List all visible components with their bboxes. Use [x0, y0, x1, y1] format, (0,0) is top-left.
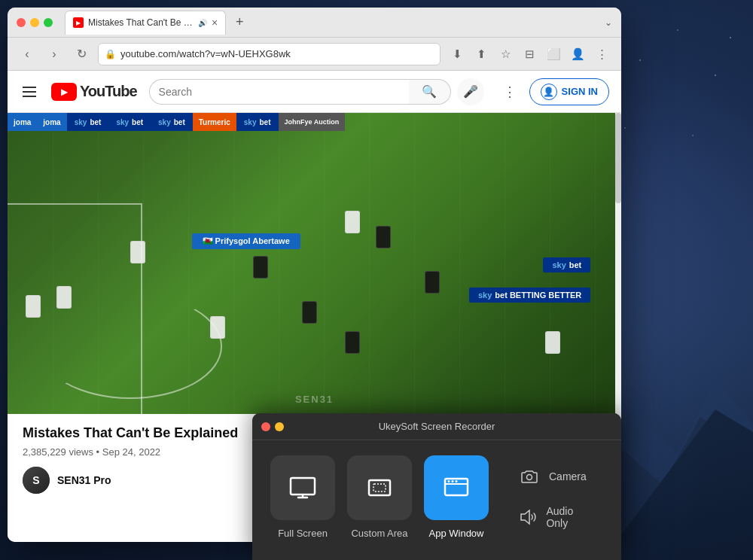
custom-area-label: Custom Area	[351, 528, 407, 539]
view-count: 2,385,229 views	[23, 446, 93, 458]
ad-prifysgol: 🏴󠁧󠁢󠁷󠁬󠁳󠁿 Prifysgol Abertawe	[192, 233, 300, 249]
full-screen-svg	[288, 473, 318, 503]
lock-icon: 🔒	[105, 49, 116, 59]
custom-area-icon-bg	[347, 455, 412, 520]
camera-label: Camera	[549, 470, 587, 482]
browser-navbar: ‹ › ↻ 🔒 youtube.com/watch?v=wN-UEHXG8wk …	[8, 38, 621, 71]
ad-joma: joma	[8, 113, 37, 131]
nav-actions: ⬇ ⬆ ☆ ⊟ ⬜ 👤 ⋮	[447, 44, 612, 65]
separator: •	[96, 446, 102, 458]
close-button[interactable]	[17, 18, 26, 27]
recorder-minimize-button[interactable]	[275, 422, 284, 431]
svg-rect-7	[373, 484, 386, 492]
svg-marker-2	[602, 409, 753, 560]
recorder-title: UkeySoft Screen Recorder	[379, 421, 495, 432]
recorder-close-button[interactable]	[261, 422, 270, 431]
channel-name: SEN31 Pro	[57, 474, 111, 486]
video-frame: joma joma sky bet sky bet sky bet Turmer…	[8, 113, 621, 414]
search-button[interactable]: 🔍	[409, 79, 451, 105]
upload-date: Sep 24, 2022	[102, 446, 160, 458]
download-icon[interactable]: ⬇	[447, 44, 468, 65]
app-window-svg	[441, 473, 471, 503]
hamburger-menu-button[interactable]	[20, 84, 39, 100]
app-window-icon-bg	[424, 455, 489, 520]
player-5	[545, 331, 560, 354]
player-4	[345, 211, 360, 233]
ad-skybet1: sky bet	[67, 113, 109, 131]
tab-audio-icon: 🔊	[198, 19, 207, 27]
youtube-logo[interactable]: YouTube	[51, 83, 137, 101]
bookmark-icon[interactable]: ☆	[495, 44, 516, 65]
search-input[interactable]	[159, 86, 400, 98]
svg-point-10	[448, 480, 450, 482]
channel-avatar[interactable]: S	[23, 467, 50, 494]
url-text: youtube.com/watch?v=wN-UEHXG8wk	[120, 48, 434, 59]
channel-avatar-img: S	[23, 467, 50, 494]
video-watermark: SEN31	[295, 394, 334, 405]
camera-icon	[519, 466, 540, 487]
sign-in-label: SIGN IN	[562, 86, 598, 97]
full-screen-label: Full Screen	[278, 528, 328, 539]
ad-turmeric: Turmeric	[193, 113, 236, 131]
ad-skybet4: sky bet	[236, 113, 279, 131]
player-1	[56, 286, 72, 309]
scrollbar-thumb[interactable]	[615, 113, 621, 203]
tab-favicon	[73, 17, 84, 28]
recorder-content: Full Screen Custom Area	[252, 440, 621, 560]
more-options-button[interactable]: ⋮	[496, 78, 523, 105]
reading-list-icon[interactable]: ⊟	[519, 44, 540, 65]
player-9	[376, 226, 391, 248]
tab-list-chevron[interactable]: ⌄	[605, 17, 612, 28]
goalkeeper	[26, 295, 41, 318]
ad-skybet2: sky bet	[108, 113, 151, 131]
tab-overview-icon[interactable]: ⬜	[543, 44, 564, 65]
player-7	[302, 301, 317, 324]
svg-point-13	[527, 474, 532, 479]
traffic-lights	[17, 18, 53, 27]
ad-skybet3: sky bet	[151, 113, 193, 131]
sign-in-icon: 👤	[541, 84, 557, 100]
video-player[interactable]: joma joma sky bet sky bet sky bet Turmer…	[8, 113, 621, 414]
youtube-logo-icon	[51, 83, 77, 101]
tab-title: Mistakes That Can't Be Ex...	[88, 17, 194, 28]
audio-only-label: Audio Only	[546, 505, 591, 529]
app-window-option[interactable]: App Window	[424, 455, 489, 539]
ad-johnfye: JohnFye Auction	[279, 113, 346, 131]
camera-option[interactable]: Camera	[507, 460, 603, 493]
address-bar[interactable]: 🔒 youtube.com/watch?v=wN-UEHXG8wk	[98, 43, 441, 65]
svg-point-12	[456, 480, 458, 482]
maximize-button[interactable]	[44, 18, 53, 27]
audio-only-option[interactable]: Audio Only	[507, 499, 603, 535]
share-icon[interactable]: ⬆	[471, 44, 492, 65]
screen-recorder-window: UkeySoft Screen Recorder Full Screen	[252, 413, 621, 560]
new-tab-button[interactable]: +	[229, 12, 250, 33]
ad-skybet-mid: sky bet	[543, 257, 590, 272]
audio-icon	[519, 507, 537, 528]
player-10	[425, 271, 440, 294]
player-3	[210, 316, 225, 339]
youtube-logo-text: YouTube	[80, 83, 137, 100]
active-tab[interactable]: Mistakes That Can't Be Ex... 🔊 ×	[65, 11, 226, 35]
tab-close-button[interactable]: ×	[212, 17, 218, 29]
recorder-titlebar: UkeySoft Screen Recorder	[252, 413, 621, 440]
svg-point-11	[452, 480, 454, 482]
voice-search-button[interactable]: 🎤	[457, 78, 484, 105]
search-input-wrapper[interactable]	[149, 79, 409, 105]
svg-rect-6	[369, 480, 390, 495]
player-2	[130, 241, 145, 263]
profile-icon[interactable]: 👤	[567, 44, 588, 65]
custom-area-option[interactable]: Custom Area	[347, 455, 412, 539]
forward-button[interactable]: ›	[44, 44, 65, 65]
recorder-traffic-lights	[261, 422, 284, 431]
header-right: ⋮ 👤 SIGN IN	[496, 78, 609, 105]
youtube-header: YouTube 🔍 🎤 ⋮ 👤 SIGN IN	[8, 71, 621, 113]
sign-in-button[interactable]: 👤 SIGN IN	[529, 78, 609, 105]
full-screen-option[interactable]: Full Screen	[270, 455, 335, 539]
recorder-right-options: Camera Audio Only	[507, 460, 603, 535]
tab-bar: Mistakes That Can't Be Ex... 🔊 × + ⌄	[65, 11, 612, 35]
search-form: 🔍 🎤	[149, 78, 484, 105]
refresh-button[interactable]: ↻	[71, 44, 92, 65]
minimize-button[interactable]	[30, 18, 39, 27]
more-options-icon[interactable]: ⋮	[591, 44, 612, 65]
back-button[interactable]: ‹	[17, 44, 38, 65]
